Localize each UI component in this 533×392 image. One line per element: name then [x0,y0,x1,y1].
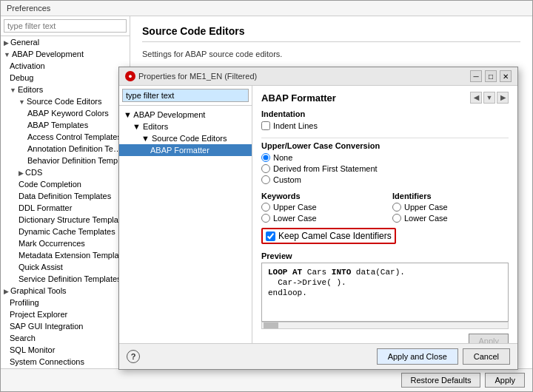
indent-lines-checkbox[interactable] [261,121,270,130]
sidebar-item-graphical-tools[interactable]: ▶Graphical Tools [1,285,130,297]
upper-lower-group: Upper/Lower Case Conversion None Derived… [261,141,509,184]
kw-lower-row: Lower Case [261,214,378,223]
sidebar-item-editors[interactable]: ▼Editors [1,84,130,95]
sidebar-item-data-def[interactable]: Data Definition Templates [1,190,130,202]
sidebar-item-project-explorer[interactable]: Project Explorer [1,308,130,320]
keep-camel-case-highlight: Keep Camel Case Identifiers [261,228,396,244]
cancel-button[interactable]: Cancel [463,348,510,365]
dialog-bottom-bar: ? Apply and Close Cancel [119,343,517,369]
radio-derived[interactable] [261,164,270,173]
tree-scroll-area[interactable]: ▶General ▼ABAP Development Activation De… [1,36,130,368]
preview-section: Preview LOOP AT Cars INTO data(Car). Car… [261,251,509,329]
dialog-title-label: Properties for ME1_EN (Filtered) [138,72,257,81]
arrow-icon: ▼ [133,122,141,131]
keep-camel-case-label: Keep Camel Case Identifiers [278,231,392,241]
content-title: Source Code Editors [142,25,520,42]
sidebar-item-abap-dev[interactable]: ▼ABAP Development [1,48,130,60]
nav-left-icon[interactable]: ◀ [470,92,482,104]
dialog-right-panel: ABAP Formatter ◀ ▼ ▶ Indentation Indent … [252,86,517,343]
radio-none[interactable] [261,153,270,162]
restore-defaults-button[interactable]: Restore Defaults [401,373,481,388]
dtree-item-source-code-editors[interactable]: ▼ Source Code Editors [119,132,252,144]
sidebar-item-dict-struct[interactable]: Dictionary Structure Templa... [1,214,130,226]
sidebar-item-access-control[interactable]: Access Control Templates [1,131,130,143]
indentation-group: Indentation Indent Lines [261,109,509,130]
code-line-3: endloop. [268,288,502,297]
dialog-tree-panel: ▼ ABAP Development ▼ Editors ▼ Source Co… [119,86,252,343]
radio-custom-row: Custom [261,175,509,184]
nav-right-icon[interactable]: ▶ [497,92,509,104]
dialog-icon: ● [125,71,135,81]
tree-panel: ▶General ▼ABAP Development Activation De… [1,16,130,368]
dtree-item-abap-dev[interactable]: ▼ ABAP Development [119,109,252,121]
sidebar-item-abap-templates[interactable]: ABAP Templates [1,119,130,131]
indentation-label: Indentation [261,109,509,118]
sidebar-item-cds[interactable]: ▶CDS [1,166,130,178]
id-upper-row: Upper Case [392,203,509,212]
id-lower-radio[interactable] [392,214,401,223]
abap-formatter-title: ABAP Formatter [261,92,336,104]
radio-custom[interactable] [261,175,270,184]
sidebar-item-general[interactable]: ▶General [1,36,130,48]
sidebar-item-ddl-formatter[interactable]: DDL Formatter [1,202,130,214]
keep-camel-case-checkbox[interactable] [266,232,275,241]
radio-derived-row: Derived from First Statement [261,164,509,173]
dialog-body: ▼ ABAP Development ▼ Editors ▼ Source Co… [119,86,517,343]
arrow-icon: ▶ [4,39,9,47]
arrow-icon: ▼ [19,98,25,106]
sidebar-item-code-completion[interactable]: Code Completion [1,178,130,190]
dialog-apply-button[interactable]: Apply [469,334,509,343]
sidebar-item-source-code-editors[interactable]: ▼Source Code Editors [1,95,130,107]
apply-close-button[interactable]: Apply and Close [377,348,458,365]
nav-down-icon[interactable]: ▼ [483,92,495,104]
sidebar-item-profiling[interactable]: Profiling [1,297,130,308]
id-lower-row: Lower Case [392,214,509,223]
indent-lines-label: Indent Lines [273,121,318,130]
dialog-tree-filter-input[interactable] [122,89,249,102]
indent-lines-row: Indent Lines [261,121,509,130]
radio-none-label: None [273,153,292,162]
dtree-item-editors[interactable]: ▼ Editors [119,121,252,132]
sidebar-item-search[interactable]: Search [1,332,130,344]
content-desc-1: Settings for ABAP source code editors. [142,48,520,61]
dtree-item-abap-formatter[interactable]: ABAP Formatter [119,144,252,156]
sidebar-item-debug[interactable]: Debug [1,72,130,84]
sidebar-item-metadata-ext[interactable]: Metadata Extension Templa... [1,249,130,261]
kw-lower-radio[interactable] [261,214,270,223]
sidebar-item-activation[interactable]: Activation [1,60,130,72]
apply-button[interactable]: Apply [485,373,525,388]
id-lower-label: Lower Case [404,214,448,223]
sidebar-item-abap-keyword-colors[interactable]: ABAP Keyword Colors [1,107,130,119]
help-icon[interactable]: ? [127,350,140,363]
sidebar-item-service-def[interactable]: Service Definition Templates [1,273,130,285]
tree-filter-input[interactable] [4,19,127,33]
sidebar-item-behavior-def[interactable]: Behavior Definition Templa... [1,155,130,166]
dialog-section-title: ABAP Formatter ◀ ▼ ▶ [261,92,509,104]
upper-lower-label: Upper/Lower Case Conversion [261,141,509,150]
radio-derived-label: Derived from First Statement [273,164,378,173]
kw-upper-row: Upper Case [261,203,378,212]
sidebar-item-sql-monitor[interactable]: SQL Monitor [1,344,130,356]
sidebar-item-sap-gui[interactable]: SAP GUI Integration [1,320,130,332]
sidebar-item-mark-occ[interactable]: Mark Occurrences [1,237,130,249]
apply-btn-container: Apply [261,334,509,343]
dialog-title-text: ● Properties for ME1_EN (Filtered) [125,71,257,81]
preview-code-box: LOOP AT Cars INTO data(Car). Car->Drive(… [261,263,509,322]
preview-scrollbar-x[interactable] [261,322,509,329]
id-upper-radio[interactable] [392,203,401,212]
id-upper-label: Upper Case [404,203,448,212]
dialog-action-buttons: Apply and Close Cancel [377,348,510,365]
arrow-icon: ▼ [4,51,10,58]
sidebar-item-dynamic-cache[interactable]: Dynamic Cache Templates [1,226,130,237]
sidebar-item-quick-assist[interactable]: Quick Assist [1,261,130,273]
dialog-tree-content[interactable]: ▼ ABAP Development ▼ Editors ▼ Source Co… [119,106,252,343]
sidebar-item-system-connections[interactable]: System Connections [1,356,130,368]
minimize-button[interactable]: ─ [470,70,482,82]
preview-label: Preview [261,251,509,260]
dialog-titlebar: ● Properties for ME1_EN (Filtered) ─ □ ✕ [119,67,517,86]
close-button[interactable]: ✕ [500,70,512,82]
maximize-button[interactable]: □ [485,70,497,82]
sidebar-item-annotation-def[interactable]: Annotation Definition Templ... [1,143,130,155]
kw-upper-radio[interactable] [261,203,270,212]
arrow-icon: ▶ [19,169,24,177]
